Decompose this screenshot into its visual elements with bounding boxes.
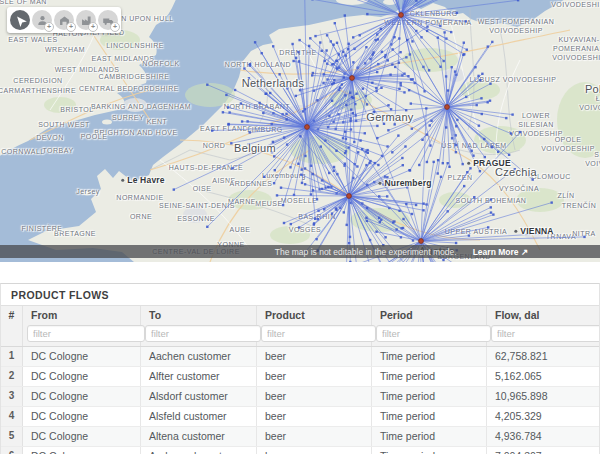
table-header-row: #FromToProductPeriodFlow, dal	[1, 306, 599, 347]
learn-more-link[interactable]: Learn More ↗	[473, 247, 528, 257]
cell-from: DC Cologne	[23, 407, 141, 426]
cell-product: beer	[257, 347, 372, 366]
column-header-period[interactable]: Period	[372, 306, 487, 346]
cell-from: DC Cologne	[23, 347, 141, 366]
add-plus-badge: +	[44, 22, 54, 32]
cell-flow-dal: 4,936.784	[487, 427, 599, 446]
dc-marker[interactable]	[419, 239, 424, 244]
table-body: 1DC CologneAachen customerbeerTime perio…	[1, 347, 599, 454]
table-row[interactable]: 6DC CologneAndernach customerbeerTime pe…	[1, 447, 599, 454]
cell-index: 2	[1, 367, 23, 386]
column-header-product[interactable]: Product	[257, 306, 372, 346]
cell-from: DC Cologne	[23, 367, 141, 386]
table-row[interactable]: 5DC CologneAltena customerbeerTime perio…	[1, 427, 599, 447]
cell-from: DC Cologne	[23, 427, 141, 446]
add-dc-tool-button[interactable]: +	[54, 10, 74, 30]
filter-input-from[interactable]	[27, 325, 145, 342]
table-row[interactable]: 3DC CologneAlsdorf customerbeerTime peri…	[1, 387, 599, 407]
cell-period: Time period	[372, 427, 487, 446]
column-header-flow-dal[interactable]: Flow, dal	[487, 306, 599, 346]
cell-period: Time period	[372, 367, 487, 386]
dc-marker[interactable]	[350, 76, 355, 81]
cell-flow-dal: 4,205.329	[487, 407, 599, 426]
cell-flow-dal: 7,004.307	[487, 447, 599, 454]
column-label: To	[141, 309, 256, 324]
add-supplier-tool-button[interactable]: +	[98, 10, 118, 30]
column-label: #	[1, 309, 22, 324]
cell-from: DC Cologne	[23, 447, 141, 454]
column-label: From	[23, 309, 140, 324]
cell-flow-dal: 62,758.821	[487, 347, 599, 366]
column-label: Flow, dal	[487, 309, 599, 324]
dc-marker[interactable]	[347, 194, 352, 199]
column-label: Product	[257, 309, 371, 324]
add-plus-badge: +	[66, 22, 76, 32]
table-row[interactable]: 1DC CologneAachen customerbeerTime perio…	[1, 347, 599, 367]
cell-to: Andernach customer	[141, 447, 257, 454]
add-customer-tool-button[interactable]: +	[32, 10, 52, 30]
dc-marker[interactable]	[445, 105, 450, 110]
cell-index: 1	[1, 347, 23, 366]
dc-marker[interactable]	[305, 125, 310, 130]
cell-period: Time period	[372, 407, 487, 426]
cell-from: DC Cologne	[23, 387, 141, 406]
map-toolbar: ++++	[7, 7, 121, 33]
cell-to: Aachen customer	[141, 347, 257, 366]
cell-flow-dal: 10,965.898	[487, 387, 599, 406]
external-link-arrow-icon: ↗	[521, 247, 528, 257]
filter-input-flow-dal[interactable]	[491, 325, 600, 342]
cell-period: Time period	[372, 447, 487, 454]
cell-product: beer	[257, 407, 372, 426]
product-flows-panel: PRODUCT FLOWS #FromToProductPeriodFlow, …	[0, 283, 600, 454]
cell-index: 4	[1, 407, 23, 426]
cell-to: Alsfeld customer	[141, 407, 257, 426]
cell-to: Altena customer	[141, 427, 257, 446]
filter-input-period[interactable]	[376, 325, 491, 342]
cell-flow-dal: 5,162.065	[487, 367, 599, 386]
column-header-to[interactable]: To	[141, 306, 257, 346]
add-factory-tool-button[interactable]: +	[76, 10, 96, 30]
cursor-icon	[14, 14, 27, 27]
cell-index: 5	[1, 427, 23, 446]
panel-title: PRODUCT FLOWS	[1, 284, 599, 306]
cell-to: Alsdorf customer	[141, 387, 257, 406]
notice-message: The map is not editable in the experimen…	[275, 247, 457, 257]
cell-product: beer	[257, 367, 372, 386]
table-row[interactable]: 4DC CologneAlsfeld customerbeerTime peri…	[1, 407, 599, 427]
cell-period: Time period	[372, 387, 487, 406]
column-label: Period	[372, 309, 486, 324]
cell-to: Alfter customer	[141, 367, 257, 386]
add-plus-badge: +	[88, 22, 98, 32]
filter-input-product[interactable]	[261, 325, 376, 342]
column-header-index[interactable]: #	[1, 306, 23, 346]
cell-index: 3	[1, 387, 23, 406]
experiment-mode-notice: The map is not editable in the experimen…	[0, 245, 600, 258]
cell-period: Time period	[372, 347, 487, 366]
cell-product: beer	[257, 427, 372, 446]
cell-product: beer	[257, 387, 372, 406]
cell-index: 6	[1, 447, 23, 454]
column-header-from[interactable]: From	[23, 306, 141, 346]
cell-product: beer	[257, 447, 372, 454]
dc-marker[interactable]	[399, 13, 404, 18]
filter-input-to[interactable]	[145, 325, 261, 342]
add-plus-badge: +	[110, 22, 120, 32]
product-flow-lines	[0, 0, 600, 262]
table-row[interactable]: 2DC CologneAlfter customerbeerTime perio…	[1, 367, 599, 387]
map-canvas[interactable]: ISLE OF MANKINGSTON UPON HULLSHEFFIELDHA…	[0, 0, 600, 262]
select-tool-button[interactable]	[10, 10, 30, 30]
